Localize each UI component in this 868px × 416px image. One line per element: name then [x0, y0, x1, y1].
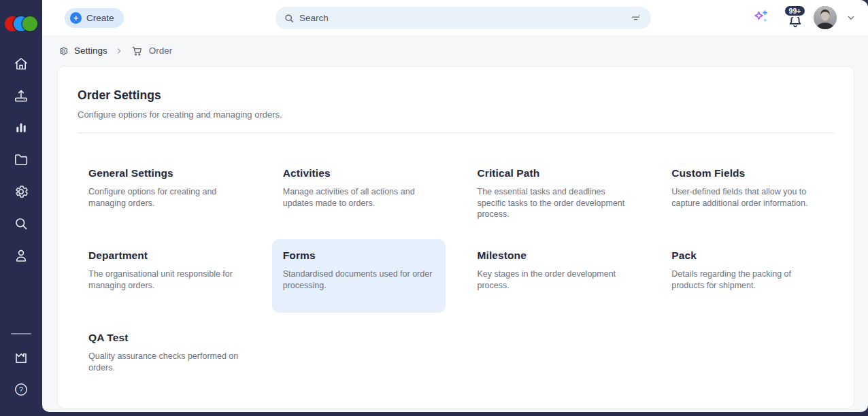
ai-sparkle-icon[interactable] [751, 7, 771, 28]
settings-card[interactable]: Forms Standardised documents used for or… [272, 239, 446, 313]
app-logo[interactable] [5, 16, 37, 32]
sidebar-item-home[interactable] [7, 49, 35, 81]
user-avatar[interactable] [814, 6, 837, 29]
settings-card[interactable]: Activities Manage activities of all acti… [272, 157, 446, 230]
sidebar-item-analytics[interactable] [7, 113, 35, 145]
card-description: Key stages in the order development proc… [478, 268, 629, 291]
card-description: Quality assurance checks performed on or… [88, 351, 240, 373]
topbar-right-cluster: 99+ [751, 0, 858, 35]
breadcrumb: Settings Order [42, 35, 868, 66]
sidebar-item-users[interactable] [7, 241, 35, 273]
cart-icon [131, 44, 144, 57]
settings-grid: General Settings Configure options for c… [78, 157, 834, 395]
upload-icon [13, 88, 29, 107]
order-settings-panel: Order Settings Configure options for cre… [57, 66, 854, 409]
page-subtitle: Configure options for creating and manag… [78, 109, 834, 120]
card-title: Critical Path [478, 167, 629, 179]
sidebar-item-files[interactable] [7, 145, 35, 177]
home-icon [13, 56, 29, 75]
settings-card[interactable]: QA Test Quality assurance checks perform… [78, 322, 251, 395]
help-icon: ? [13, 381, 29, 400]
logo-green-dot [22, 16, 37, 31]
search-input[interactable] [299, 13, 629, 23]
card-description: Manage activities of all actions and upd… [283, 186, 435, 209]
card-description: User-defined fields that allow you to ca… [671, 186, 823, 209]
notification-count-badge: 99+ [784, 5, 806, 17]
plus-icon: + [70, 12, 82, 24]
settings-card[interactable]: Critical Path The essential tasks and de… [467, 157, 640, 230]
chevron-right-icon [114, 46, 124, 56]
create-button[interactable]: + Create [65, 8, 124, 28]
card-title: Department [88, 249, 240, 262]
filter-icon[interactable] [629, 11, 643, 25]
panel-divider [78, 133, 834, 133]
search-bar[interactable] [276, 7, 651, 29]
card-description: The essential tasks and deadlines specif… [478, 186, 629, 220]
card-description: Standardised documents used for order pr… [283, 268, 435, 291]
app-window: ? + Create [0, 0, 868, 416]
sidebar-item-help[interactable]: ? [7, 375, 35, 406]
card-title: Milestone [478, 249, 629, 262]
breadcrumb-settings-label: Settings [74, 46, 107, 56]
breadcrumb-order-label: Order [149, 46, 173, 56]
sidebar-item-upload[interactable] [7, 81, 35, 113]
sidebar-item-settings[interactable] [7, 177, 35, 209]
breadcrumb-settings[interactable]: Settings [58, 46, 107, 56]
card-description: The organisational unit responsible for … [88, 268, 240, 291]
user-icon [13, 247, 29, 266]
card-title: General Settings [88, 167, 240, 179]
sidebar-item-search[interactable] [7, 209, 35, 241]
breadcrumb-order[interactable]: Order [131, 44, 173, 57]
main-area: + Create [42, 0, 868, 412]
card-title: QA Test [88, 332, 240, 344]
search-icon [284, 13, 295, 24]
gear-icon [58, 46, 69, 56]
search-icon [13, 215, 29, 235]
settings-card[interactable]: General Settings Configure options for c… [78, 157, 251, 230]
gear-icon [13, 184, 29, 203]
card-description: Configure options for creating and manag… [88, 186, 240, 209]
factory-icon [13, 349, 29, 368]
settings-card[interactable]: Milestone Key stages in the order develo… [467, 239, 640, 313]
card-description: Details regarding the packing of product… [671, 268, 823, 291]
sidebar-item-factory[interactable] [7, 343, 35, 375]
card-title: Custom Fields [671, 167, 823, 179]
settings-card[interactable]: Department The organisational unit respo… [78, 239, 251, 313]
sidebar: ? [0, 0, 42, 416]
card-title: Activities [283, 167, 435, 179]
folder-icon [13, 152, 29, 171]
topbar: + Create [42, 0, 868, 35]
settings-card[interactable]: Custom Fields User-defined fields that a… [661, 157, 834, 230]
bar-chart-icon [13, 120, 29, 139]
card-title: Forms [283, 249, 435, 262]
create-button-label: Create [86, 13, 114, 23]
svg-text:?: ? [19, 385, 23, 393]
sidebar-divider [11, 333, 31, 334]
settings-card[interactable]: Pack Details regarding the packing of pr… [661, 239, 834, 313]
sidebar-nav [7, 49, 35, 273]
page-title: Order Settings [78, 88, 834, 103]
card-title: Pack [671, 249, 823, 262]
notification-bell[interactable]: 99+ [784, 4, 807, 31]
sidebar-footer: ? [7, 343, 35, 406]
chevron-down-icon[interactable] [844, 10, 858, 25]
